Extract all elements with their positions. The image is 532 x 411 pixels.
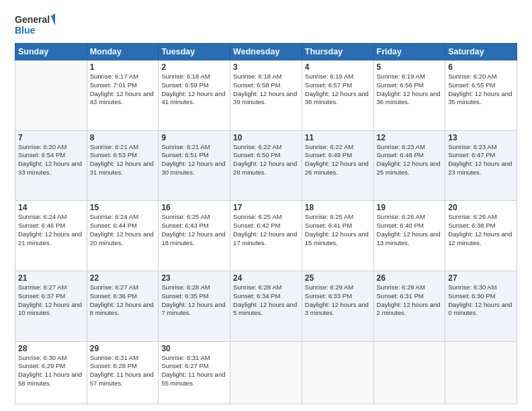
weekday-monday: Monday <box>87 44 159 60</box>
week-row-5: 28Sunrise: 6:30 AMSunset: 6:29 PMDayligh… <box>15 341 517 404</box>
weekday-tuesday: Tuesday <box>159 44 230 60</box>
calendar-cell: 21Sunrise: 6:27 AMSunset: 6:37 PMDayligh… <box>15 271 87 341</box>
day-number: 21 <box>18 273 84 283</box>
calendar-cell: 13Sunrise: 6:23 AMSunset: 6:47 PMDayligh… <box>445 130 517 201</box>
day-number: 7 <box>18 133 84 142</box>
day-number: 3 <box>233 62 299 72</box>
cell-info: Sunrise: 6:18 AMSunset: 6:58 PMDaylight:… <box>233 73 299 107</box>
calendar-table: SundayMondayTuesdayWednesdayThursdayFrid… <box>15 43 517 404</box>
cell-info: Sunrise: 6:22 AMSunset: 6:50 PMDaylight:… <box>233 143 299 177</box>
week-row-1: 1Sunrise: 6:17 AMSunset: 7:01 PMDaylight… <box>15 60 517 131</box>
calendar-cell: 11Sunrise: 6:22 AMSunset: 6:49 PMDayligh… <box>302 130 373 201</box>
week-row-2: 7Sunrise: 6:20 AMSunset: 6:54 PMDaylight… <box>15 130 517 201</box>
cell-info: Sunrise: 6:21 AMSunset: 6:53 PMDaylight:… <box>90 143 156 177</box>
day-number: 23 <box>161 273 227 283</box>
calendar-cell <box>230 341 302 404</box>
calendar-cell: 10Sunrise: 6:22 AMSunset: 6:50 PMDayligh… <box>230 130 302 201</box>
cell-info: Sunrise: 6:20 AMSunset: 6:55 PMDaylight:… <box>448 73 514 107</box>
calendar-cell: 22Sunrise: 6:27 AMSunset: 6:36 PMDayligh… <box>87 271 159 341</box>
weekday-saturday: Saturday <box>445 44 517 60</box>
cell-info: Sunrise: 6:25 AMSunset: 6:42 PMDaylight:… <box>233 213 299 247</box>
calendar-cell <box>15 60 87 131</box>
cell-info: Sunrise: 6:27 AMSunset: 6:36 PMDaylight:… <box>90 283 156 318</box>
day-number: 14 <box>18 203 84 212</box>
cell-info: Sunrise: 6:27 AMSunset: 6:37 PMDaylight:… <box>18 283 84 318</box>
day-number: 19 <box>377 203 443 212</box>
calendar-cell: 30Sunrise: 6:31 AMSunset: 6:27 PMDayligh… <box>159 341 230 404</box>
weekday-thursday: Thursday <box>302 44 373 60</box>
svg-text:General: General <box>15 14 50 25</box>
svg-text:Blue: Blue <box>15 25 36 36</box>
calendar-cell: 25Sunrise: 6:29 AMSunset: 6:33 PMDayligh… <box>302 271 373 341</box>
calendar-cell: 7Sunrise: 6:20 AMSunset: 6:54 PMDaylight… <box>15 130 87 201</box>
calendar-cell: 5Sunrise: 6:19 AMSunset: 6:56 PMDaylight… <box>373 60 445 131</box>
cell-info: Sunrise: 6:28 AMSunset: 6:34 PMDaylight:… <box>233 283 299 318</box>
weekday-wednesday: Wednesday <box>230 44 302 60</box>
day-number: 12 <box>377 133 443 142</box>
day-number: 29 <box>90 344 156 353</box>
calendar-cell: 15Sunrise: 6:24 AMSunset: 6:44 PMDayligh… <box>87 201 159 271</box>
day-number: 13 <box>448 133 514 142</box>
calendar-cell <box>373 341 445 404</box>
day-number: 28 <box>18 344 84 353</box>
day-number: 17 <box>233 203 299 212</box>
weekday-sunday: Sunday <box>15 44 87 60</box>
logo: General Blue <box>15 12 55 36</box>
day-number: 27 <box>448 273 514 283</box>
calendar-cell: 20Sunrise: 6:26 AMSunset: 6:38 PMDayligh… <box>445 201 517 271</box>
page: General Blue SundayMondayTuesdayWednesda… <box>0 0 532 411</box>
day-number: 11 <box>305 133 371 142</box>
cell-info: Sunrise: 6:23 AMSunset: 6:47 PMDaylight:… <box>448 143 514 177</box>
day-number: 5 <box>377 62 443 72</box>
day-number: 15 <box>90 203 156 212</box>
day-number: 16 <box>161 203 227 212</box>
cell-info: Sunrise: 6:31 AMSunset: 6:27 PMDaylight:… <box>161 354 227 388</box>
week-row-3: 14Sunrise: 6:24 AMSunset: 6:46 PMDayligh… <box>15 201 517 271</box>
day-number: 6 <box>448 62 514 72</box>
cell-info: Sunrise: 6:22 AMSunset: 6:49 PMDaylight:… <box>305 143 371 177</box>
calendar-cell: 9Sunrise: 6:21 AMSunset: 6:51 PMDaylight… <box>159 130 230 201</box>
cell-info: Sunrise: 6:30 AMSunset: 6:30 PMDaylight:… <box>448 283 514 318</box>
calendar-cell <box>302 341 373 404</box>
day-number: 4 <box>305 62 371 72</box>
cell-info: Sunrise: 6:26 AMSunset: 6:40 PMDaylight:… <box>377 213 443 247</box>
weekday-header-row: SundayMondayTuesdayWednesdayThursdayFrid… <box>15 44 517 60</box>
calendar-cell: 12Sunrise: 6:23 AMSunset: 6:48 PMDayligh… <box>373 130 445 201</box>
calendar-cell: 27Sunrise: 6:30 AMSunset: 6:30 PMDayligh… <box>445 271 517 341</box>
calendar-cell: 14Sunrise: 6:24 AMSunset: 6:46 PMDayligh… <box>15 201 87 271</box>
header: General Blue <box>15 12 517 36</box>
cell-info: Sunrise: 6:29 AMSunset: 6:33 PMDaylight:… <box>305 283 371 318</box>
svg-marker-2 <box>51 13 55 26</box>
cell-info: Sunrise: 6:18 AMSunset: 6:59 PMDaylight:… <box>161 73 227 107</box>
cell-info: Sunrise: 6:25 AMSunset: 6:41 PMDaylight:… <box>305 213 371 247</box>
calendar-cell: 18Sunrise: 6:25 AMSunset: 6:41 PMDayligh… <box>302 201 373 271</box>
day-number: 18 <box>305 203 371 212</box>
cell-info: Sunrise: 6:26 AMSunset: 6:38 PMDaylight:… <box>448 213 514 247</box>
day-number: 24 <box>233 273 299 283</box>
calendar-cell: 28Sunrise: 6:30 AMSunset: 6:29 PMDayligh… <box>15 341 87 404</box>
cell-info: Sunrise: 6:24 AMSunset: 6:44 PMDaylight:… <box>90 213 156 247</box>
cell-info: Sunrise: 6:30 AMSunset: 6:29 PMDaylight:… <box>18 354 84 388</box>
calendar-cell: 17Sunrise: 6:25 AMSunset: 6:42 PMDayligh… <box>230 201 302 271</box>
logo-svg: General Blue <box>15 12 55 36</box>
calendar-cell: 16Sunrise: 6:25 AMSunset: 6:43 PMDayligh… <box>159 201 230 271</box>
calendar-cell: 3Sunrise: 6:18 AMSunset: 6:58 PMDaylight… <box>230 60 302 131</box>
calendar-cell: 29Sunrise: 6:31 AMSunset: 6:28 PMDayligh… <box>87 341 159 404</box>
calendar-cell: 24Sunrise: 6:28 AMSunset: 6:34 PMDayligh… <box>230 271 302 341</box>
calendar-cell: 1Sunrise: 6:17 AMSunset: 7:01 PMDaylight… <box>87 60 159 131</box>
calendar-cell: 2Sunrise: 6:18 AMSunset: 6:59 PMDaylight… <box>159 60 230 131</box>
day-number: 20 <box>448 203 514 212</box>
calendar-cell <box>445 341 517 404</box>
cell-info: Sunrise: 6:19 AMSunset: 6:56 PMDaylight:… <box>377 73 443 107</box>
cell-info: Sunrise: 6:17 AMSunset: 7:01 PMDaylight:… <box>90 73 156 107</box>
day-number: 9 <box>161 133 227 142</box>
cell-info: Sunrise: 6:25 AMSunset: 6:43 PMDaylight:… <box>161 213 227 247</box>
calendar-cell: 6Sunrise: 6:20 AMSunset: 6:55 PMDaylight… <box>445 60 517 131</box>
day-number: 2 <box>161 62 227 72</box>
day-number: 10 <box>233 133 299 142</box>
cell-info: Sunrise: 6:20 AMSunset: 6:54 PMDaylight:… <box>18 143 84 177</box>
calendar-cell: 19Sunrise: 6:26 AMSunset: 6:40 PMDayligh… <box>373 201 445 271</box>
cell-info: Sunrise: 6:29 AMSunset: 6:31 PMDaylight:… <box>377 283 443 318</box>
cell-info: Sunrise: 6:23 AMSunset: 6:48 PMDaylight:… <box>377 143 443 177</box>
weekday-friday: Friday <box>373 44 445 60</box>
